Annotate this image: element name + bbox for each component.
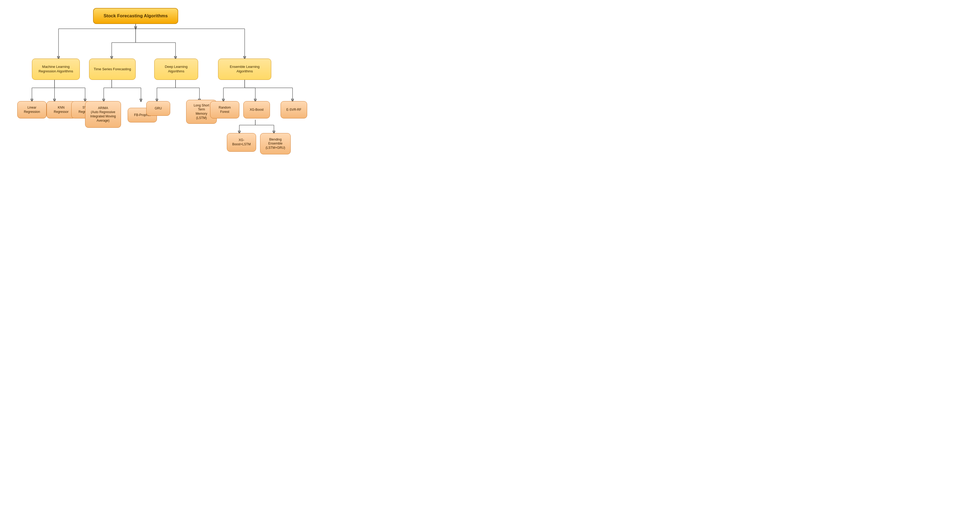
blending-node: BlendingEnsemble(LSTM+GRU) (260, 133, 291, 155)
ts-node: Time Series Forecasting (89, 59, 136, 80)
dl-node: Deep LearningAlgorithms (154, 59, 198, 80)
gru-node: GRU (146, 101, 170, 116)
esvr-node: E-SVR-RF (280, 101, 307, 118)
diagram: Stock Forecasting Algorithms Machine Lea… (5, 5, 314, 171)
rf-node: RandomForest (210, 101, 239, 118)
lr-node: LinearRegression (17, 101, 46, 118)
ml-node: Machine LearningRegression Algorithms (32, 59, 80, 80)
arima-node: ARIMA(Auto RegressiveIntegrated MovingAv… (85, 101, 121, 128)
xgboost-node: XG-Boost (243, 101, 270, 118)
xgboost-lstm-node: XG-Boost+LSTM (227, 133, 256, 152)
el-node: Ensemble LearningAlgorithms (218, 59, 271, 80)
root-node: Stock Forecasting Algorithms (93, 8, 178, 24)
